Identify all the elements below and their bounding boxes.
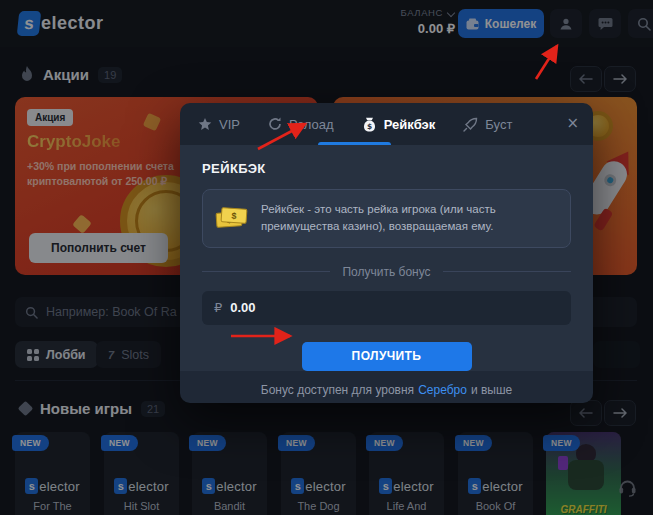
bonus-divider: Получить бонус: [202, 265, 571, 279]
tab-rakeback[interactable]: $ Рейкбэк: [362, 103, 436, 145]
divider-label: Получить бонус: [342, 265, 430, 279]
bonus-modal: VIP Релоад $ Рейкбэк Буст × РЕЙКБЭК $$: [180, 103, 593, 403]
money-bills-icon: $$: [216, 207, 248, 229]
reload-icon: [268, 117, 282, 131]
amount-input[interactable]: ₽ 0.00: [202, 291, 571, 325]
active-tab-indicator: [318, 142, 391, 145]
rakeback-info-box: $$ Рейкбек - это часть рейка игрока (или…: [202, 189, 571, 248]
rocket-icon: [463, 117, 478, 132]
svg-text:$: $: [367, 121, 372, 130]
tab-reload[interactable]: Релоад: [268, 103, 334, 145]
claim-button[interactable]: ПОЛУЧИТЬ: [302, 342, 472, 371]
bonus-modal-footer: Бонус доступен для уровня Серебро и выше: [180, 371, 593, 404]
bonus-modal-body: РЕЙКБЭК $$ Рейкбек - это часть рейка игр…: [180, 145, 593, 371]
currency-symbol: ₽: [214, 300, 222, 315]
level-link[interactable]: Серебро: [418, 383, 467, 397]
money-bag-icon: $: [362, 117, 377, 132]
close-icon[interactable]: ×: [566, 114, 579, 132]
star-icon: [198, 118, 212, 131]
rakeback-description: Рейкбек - это часть рейка игрока (или ча…: [261, 201, 557, 236]
tab-vip[interactable]: VIP: [198, 103, 240, 145]
modal-heading: РЕЙКБЭК: [202, 161, 571, 176]
bonus-modal-tabs: VIP Релоад $ Рейкбэк Буст ×: [180, 103, 593, 145]
tab-boost[interactable]: Буст: [463, 103, 512, 145]
amount-value: 0.00: [230, 300, 255, 315]
